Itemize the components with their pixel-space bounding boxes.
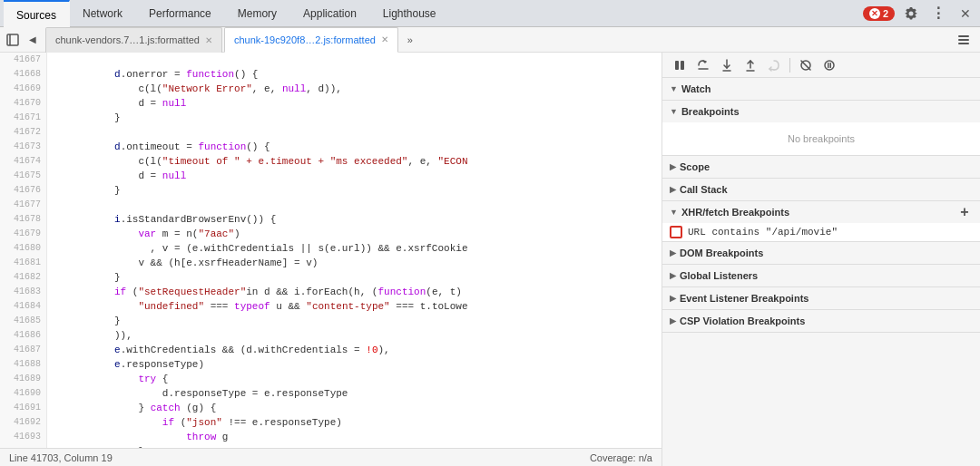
xhr-breakpoint-item: URL contains "/api/movie" [662, 223, 980, 241]
dom-arrow-icon [670, 248, 676, 257]
file-tab-vendors[interactable]: chunk-vendors.7…1.js:formatted ✕ [45, 27, 222, 53]
coverage-status: Coverage: n/a [590, 452, 652, 463]
more-options-button[interactable]: ⋮ [927, 3, 949, 24]
top-tab-bar: Sources Network Performance Memory Appli… [0, 0, 980, 27]
show-navigator-button[interactable] [953, 29, 975, 51]
svg-rect-5 [675, 61, 679, 70]
step-back-button[interactable] [764, 55, 784, 75]
tab-memory[interactable]: Memory [225, 0, 290, 27]
csp-arrow-icon [670, 316, 676, 325]
top-tabs-right: ✕ 2 ⋮ ✕ [863, 3, 976, 24]
svg-rect-16 [828, 63, 829, 68]
list-icon [957, 34, 970, 46]
breakpoints-panel-content: No breakpoints [662, 122, 980, 155]
file-tab-chunk-label: chunk-19c920f8…2.js:formatted [234, 34, 376, 45]
code-line-41686: e.withCredentials && (d.withCredentials … [54, 328, 662, 343]
xhr-breakpoints-panel: XHR/fetch Breakpoints + URL contains "/a… [662, 201, 980, 242]
code-panel: 41667 41668 41669 41670 41671 41672 4167… [0, 53, 662, 466]
tab-performance[interactable]: Performance [136, 0, 225, 27]
pause-icon [673, 59, 686, 72]
call-stack-arrow-icon [670, 185, 676, 194]
svg-rect-2 [958, 35, 969, 37]
more-tabs-button[interactable]: » [400, 30, 420, 50]
dom-breakpoints-label: DOM Breakpoints [680, 248, 763, 258]
global-listeners-panel: Global Listeners [662, 265, 980, 287]
xhr-panel-header[interactable]: XHR/fetch Breakpoints + [662, 201, 980, 223]
step-over-icon [697, 59, 710, 72]
close-chunk-tab-button[interactable]: ✕ [381, 34, 388, 44]
csp-violation-breakpoints-panel: CSP Violation Breakpoints [662, 310, 980, 333]
debug-toolbar [662, 53, 980, 78]
event-listener-bp-panel-header[interactable]: Event Listener Breakpoints [662, 287, 980, 309]
deactivate-breakpoints-button[interactable] [796, 55, 816, 75]
svg-rect-3 [958, 39, 969, 41]
scope-panel-label: Scope [680, 161, 710, 172]
error-circle-icon: ✕ [869, 8, 880, 19]
tab-lighthouse[interactable]: Lighthouse [370, 0, 450, 27]
close-devtools-button[interactable]: ✕ [955, 3, 976, 24]
call-stack-panel: Call Stack [662, 179, 980, 201]
tab-application[interactable]: Application [290, 0, 370, 27]
prev-tab-button[interactable]: ◀ [24, 30, 42, 50]
step-into-button[interactable] [717, 55, 737, 75]
call-stack-panel-header[interactable]: Call Stack [662, 179, 980, 200]
code-area[interactable]: 41667 41668 41669 41670 41671 41672 4167… [0, 53, 662, 448]
file-tab-chunk[interactable]: chunk-19c920f8…2.js:formatted ✕ [224, 27, 398, 53]
step-back-icon [768, 59, 780, 72]
code-line-41682: if ("setRequestHeader"in d && i.forEach(… [54, 270, 662, 285]
svg-rect-17 [830, 63, 832, 68]
gear-icon [904, 6, 918, 21]
xhr-breakpoint-label: URL contains "/api/movie" [688, 227, 838, 238]
code-line-41667: d.onerror = function() { [54, 53, 662, 67]
csp-violation-label: CSP Violation Breakpoints [680, 316, 805, 326]
status-bar: Line 41703, Column 19 Coverage: n/a [0, 448, 662, 466]
dom-breakpoints-panel-header[interactable]: DOM Breakpoints [662, 242, 980, 264]
code-lines: d.onerror = function() { c(l("Network Er… [47, 53, 662, 448]
code-line-41685: )), [54, 314, 662, 328]
svg-line-12 [769, 69, 774, 70]
watch-panel-header[interactable]: Watch [662, 78, 980, 100]
step-over-button[interactable] [693, 55, 713, 75]
breakpoints-panel-header[interactable]: Breakpoints [662, 101, 980, 122]
close-vendors-tab-button[interactable]: ✕ [205, 35, 212, 45]
watch-panel-label: Watch [681, 83, 711, 94]
deactivate-icon [799, 59, 812, 72]
code-line-41672: d.ontimeout = function() { [54, 125, 662, 140]
add-xhr-breakpoint-button[interactable]: + [956, 204, 973, 220]
panel-icon [5, 33, 20, 47]
tab-sources[interactable]: Sources [4, 0, 70, 27]
scope-arrow-icon [670, 162, 676, 171]
panel-toggle-button[interactable] [4, 30, 22, 50]
settings-button[interactable] [900, 3, 922, 24]
error-badge[interactable]: ✕ 2 [863, 6, 895, 21]
watch-arrow-icon [670, 84, 678, 93]
toolbar-separator-1 [789, 58, 790, 73]
more-dots-icon: ⋮ [931, 5, 946, 22]
scope-panel-header[interactable]: Scope [662, 156, 980, 178]
global-listeners-panel-header[interactable]: Global Listeners [662, 265, 980, 286]
file-tab-vendors-label: chunk-vendors.7…1.js:formatted [55, 34, 200, 45]
step-out-button[interactable] [740, 55, 760, 75]
watch-panel: Watch [662, 78, 980, 101]
breakpoints-panel-label: Breakpoints [681, 106, 740, 117]
svg-rect-6 [681, 61, 684, 70]
close-icon: ✕ [960, 6, 971, 21]
dom-breakpoints-panel: DOM Breakpoints [662, 242, 980, 265]
pause-on-exceptions-button[interactable] [819, 55, 839, 75]
no-breakpoints-text: No breakpoints [670, 126, 973, 151]
svg-point-15 [825, 61, 834, 70]
code-line-41677: i.isStandardBrowserEnv()) { [54, 198, 662, 212]
csp-panel-header[interactable]: CSP Violation Breakpoints [662, 310, 980, 332]
pause-exceptions-icon [823, 59, 836, 72]
line-numbers: 41667 41668 41669 41670 41671 41672 4167… [0, 53, 47, 448]
svg-rect-0 [7, 34, 18, 45]
global-listeners-label: Global Listeners [680, 270, 758, 281]
pause-resume-button[interactable] [670, 55, 690, 75]
xhr-breakpoint-checkbox[interactable] [670, 226, 682, 238]
global-listeners-arrow-icon [670, 271, 676, 280]
chevron-down-icon: » [407, 34, 413, 45]
tab-network[interactable]: Network [70, 0, 136, 27]
xhr-arrow-icon [670, 208, 678, 217]
cursor-position: Line 41703, Column 19 [9, 452, 113, 463]
error-count: 2 [883, 8, 888, 19]
